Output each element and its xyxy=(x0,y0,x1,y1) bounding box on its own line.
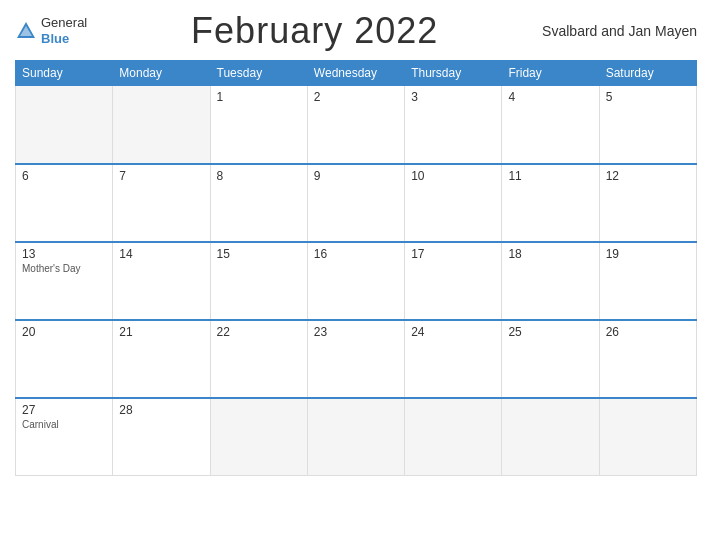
day-number: 27 xyxy=(22,403,106,417)
week-row-2: 13Mother's Day141516171819 xyxy=(16,242,697,320)
event-label: Carnival xyxy=(22,419,106,430)
day-cell: 14 xyxy=(113,242,210,320)
day-number: 25 xyxy=(508,325,592,339)
day-number: 15 xyxy=(217,247,301,261)
day-number: 20 xyxy=(22,325,106,339)
header-thursday: Thursday xyxy=(405,61,502,86)
calendar-header: General Blue February 2022 Svalbard and … xyxy=(15,10,697,52)
day-cell: 25 xyxy=(502,320,599,398)
day-cell: 2 xyxy=(307,86,404,164)
day-number: 11 xyxy=(508,169,592,183)
day-number: 14 xyxy=(119,247,203,261)
header-wednesday: Wednesday xyxy=(307,61,404,86)
day-cell: 3 xyxy=(405,86,502,164)
day-cell: 24 xyxy=(405,320,502,398)
header-sunday: Sunday xyxy=(16,61,113,86)
header-friday: Friday xyxy=(502,61,599,86)
day-cell: 6 xyxy=(16,164,113,242)
day-cell: 11 xyxy=(502,164,599,242)
logo: General Blue xyxy=(15,15,87,46)
day-number: 4 xyxy=(508,90,592,104)
day-number: 21 xyxy=(119,325,203,339)
day-number: 26 xyxy=(606,325,690,339)
day-number: 8 xyxy=(217,169,301,183)
day-cell: 1 xyxy=(210,86,307,164)
day-cell xyxy=(210,398,307,476)
day-cell xyxy=(405,398,502,476)
day-cell xyxy=(16,86,113,164)
week-row-1: 6789101112 xyxy=(16,164,697,242)
day-cell: 9 xyxy=(307,164,404,242)
day-number: 9 xyxy=(314,169,398,183)
day-number: 16 xyxy=(314,247,398,261)
day-cell: 28 xyxy=(113,398,210,476)
header-saturday: Saturday xyxy=(599,61,696,86)
day-number: 10 xyxy=(411,169,495,183)
event-label: Mother's Day xyxy=(22,263,106,274)
day-cell: 22 xyxy=(210,320,307,398)
day-cell: 20 xyxy=(16,320,113,398)
day-number: 17 xyxy=(411,247,495,261)
logo-blue: Blue xyxy=(41,31,69,46)
day-number: 1 xyxy=(217,90,301,104)
region-name: Svalbard and Jan Mayen xyxy=(542,23,697,39)
day-number: 13 xyxy=(22,247,106,261)
day-cell xyxy=(502,398,599,476)
day-cell: 16 xyxy=(307,242,404,320)
day-cell: 4 xyxy=(502,86,599,164)
week-row-3: 20212223242526 xyxy=(16,320,697,398)
week-row-4: 27Carnival28 xyxy=(16,398,697,476)
day-number: 6 xyxy=(22,169,106,183)
day-cell xyxy=(113,86,210,164)
header-monday: Monday xyxy=(113,61,210,86)
calendar-container: General Blue February 2022 Svalbard and … xyxy=(0,0,712,550)
days-header-row: Sunday Monday Tuesday Wednesday Thursday… xyxy=(16,61,697,86)
day-number: 12 xyxy=(606,169,690,183)
day-cell: 21 xyxy=(113,320,210,398)
day-cell: 12 xyxy=(599,164,696,242)
logo-text: General Blue xyxy=(41,15,87,46)
logo-general: General xyxy=(41,15,87,31)
day-number: 19 xyxy=(606,247,690,261)
day-number: 7 xyxy=(119,169,203,183)
day-number: 23 xyxy=(314,325,398,339)
day-cell: 7 xyxy=(113,164,210,242)
day-cell: 18 xyxy=(502,242,599,320)
day-number: 3 xyxy=(411,90,495,104)
day-cell: 27Carnival xyxy=(16,398,113,476)
day-cell: 19 xyxy=(599,242,696,320)
day-cell: 15 xyxy=(210,242,307,320)
day-cell: 13Mother's Day xyxy=(16,242,113,320)
day-number: 28 xyxy=(119,403,203,417)
header-tuesday: Tuesday xyxy=(210,61,307,86)
calendar-grid: Sunday Monday Tuesday Wednesday Thursday… xyxy=(15,60,697,476)
day-cell: 17 xyxy=(405,242,502,320)
day-number: 2 xyxy=(314,90,398,104)
day-cell xyxy=(599,398,696,476)
day-cell: 23 xyxy=(307,320,404,398)
day-number: 22 xyxy=(217,325,301,339)
day-cell xyxy=(307,398,404,476)
day-cell: 5 xyxy=(599,86,696,164)
logo-icon xyxy=(15,20,37,42)
day-cell: 26 xyxy=(599,320,696,398)
day-cell: 10 xyxy=(405,164,502,242)
day-cell: 8 xyxy=(210,164,307,242)
day-number: 18 xyxy=(508,247,592,261)
day-number: 24 xyxy=(411,325,495,339)
day-number: 5 xyxy=(606,90,690,104)
month-title: February 2022 xyxy=(191,10,438,52)
week-row-0: 12345 xyxy=(16,86,697,164)
